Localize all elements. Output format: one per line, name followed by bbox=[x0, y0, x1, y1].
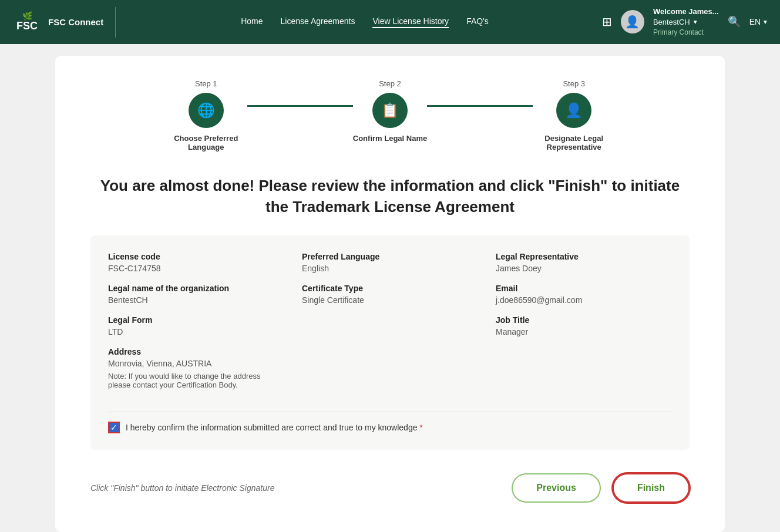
step-1-title: Choose Preferred Language bbox=[165, 134, 247, 151]
confirm-text: I hereby confirm the information submitt… bbox=[126, 423, 423, 432]
main-container: Step 1 🌐 Choose Preferred Language Step … bbox=[43, 56, 737, 532]
user-info[interactable]: Welcome James... BentestCH ▼ Primary Con… bbox=[653, 6, 719, 38]
address-field: Address Monrovia, Vienna, AUSTRIA Note: … bbox=[108, 347, 284, 389]
lang-dropdown-icon: ▼ bbox=[762, 19, 768, 25]
btn-group: Previous Finish bbox=[512, 473, 690, 503]
header: FSC 🌿 FSC Connect Home License Agreement… bbox=[0, 0, 780, 44]
license-code-label: License code bbox=[108, 252, 284, 261]
header-right: ⊞ 👤 Welcome James... BentestCH ▼ Primary… bbox=[602, 6, 768, 38]
confirm-row: ✓ I hereby confirm the information submi… bbox=[108, 412, 672, 433]
legal-name-field: Legal name of the organization BentestCH bbox=[108, 284, 284, 305]
main-nav: Home License Agreements View License His… bbox=[127, 16, 602, 28]
previous-button[interactable]: Previous bbox=[512, 473, 601, 503]
step-1: Step 1 🌐 Choose Preferred Language bbox=[165, 79, 247, 151]
job-title-label: Job Title bbox=[496, 315, 672, 325]
legal-form-field: Legal Form LTD bbox=[108, 315, 284, 336]
step-2: Step 2 📋 Confirm Legal Name bbox=[353, 79, 427, 143]
nav-home[interactable]: Home bbox=[241, 16, 263, 28]
step-2-circle: 📋 bbox=[372, 93, 408, 128]
address-label: Address bbox=[108, 347, 284, 356]
certificate-type-field: Certificate Type Single Certificate bbox=[302, 284, 478, 305]
search-icon[interactable]: 🔍 bbox=[728, 15, 741, 28]
grid-icon[interactable]: ⊞ bbox=[602, 15, 612, 29]
step-2-label: Step 2 bbox=[379, 79, 401, 88]
col-1: License code FSC-C174758 Legal name of t… bbox=[108, 252, 284, 400]
legal-form-value: LTD bbox=[108, 327, 284, 336]
certificate-type-value: Single Certificate bbox=[302, 295, 478, 305]
confirm-checkbox[interactable]: ✓ bbox=[108, 422, 120, 433]
step-1-circle: 🌐 bbox=[189, 93, 224, 128]
legal-rep-label: Legal Representative bbox=[496, 252, 672, 261]
nav-license-agreements[interactable]: License Agreements bbox=[281, 16, 355, 28]
license-code-value: FSC-C174758 bbox=[108, 264, 284, 273]
info-grid: License code FSC-C174758 Legal name of t… bbox=[108, 252, 672, 400]
legal-name-value: BentestCH bbox=[108, 295, 284, 305]
stepper: Step 1 🌐 Choose Preferred Language Step … bbox=[90, 79, 690, 151]
username-text: BentestCH ▼ bbox=[653, 17, 719, 28]
nav-faqs[interactable]: FAQ's bbox=[466, 16, 489, 28]
address-note: Note: If you would like to change the ad… bbox=[108, 372, 284, 389]
step-3-title: Designate Legal Representative bbox=[533, 134, 615, 151]
certificate-type-label: Certificate Type bbox=[302, 284, 478, 293]
preferred-language-value: English bbox=[302, 264, 478, 273]
primary-contact-label: Primary Contact bbox=[653, 28, 719, 38]
avatar[interactable]: 👤 bbox=[621, 10, 644, 33]
svg-text:🌿: 🌿 bbox=[22, 11, 33, 21]
main-card: Step 1 🌐 Choose Preferred Language Step … bbox=[55, 56, 725, 532]
info-box: License code FSC-C174758 Legal name of t… bbox=[90, 235, 690, 450]
job-title-field: Job Title Manager bbox=[496, 315, 672, 336]
legal-rep-value: James Doey bbox=[496, 264, 672, 273]
required-marker: * bbox=[419, 423, 422, 432]
email-field: Email j.doe86590@gmail.com bbox=[496, 284, 672, 305]
col-3: Legal Representative James Doey Email j.… bbox=[496, 252, 672, 400]
preferred-language-label: Preferred Language bbox=[302, 252, 478, 261]
footer-note: Click "Finish" button to initiate Electr… bbox=[90, 483, 274, 493]
dropdown-arrow-icon: ▼ bbox=[692, 18, 698, 26]
main-heading: You are almost done! Please review the i… bbox=[90, 175, 690, 218]
legal-rep-field: Legal Representative James Doey bbox=[496, 252, 672, 273]
preferred-language-field: Preferred Language English bbox=[302, 252, 478, 273]
col-2: Preferred Language English Certificate T… bbox=[302, 252, 478, 400]
legal-name-label: Legal name of the organization bbox=[108, 284, 284, 293]
language-selector[interactable]: EN ▼ bbox=[749, 17, 768, 26]
footer-row: Click "Finish" button to initiate Electr… bbox=[90, 462, 690, 509]
email-value: j.doe86590@gmail.com bbox=[496, 295, 672, 305]
step-3-label: Step 3 bbox=[563, 79, 585, 88]
step-connector-2 bbox=[427, 105, 533, 107]
step-1-label: Step 1 bbox=[195, 79, 217, 88]
logo-text: FSC Connect bbox=[48, 17, 103, 27]
job-title-value: Manager bbox=[496, 327, 672, 336]
svg-text:FSC: FSC bbox=[16, 20, 38, 32]
logo[interactable]: FSC 🌿 FSC Connect bbox=[12, 7, 116, 38]
nav-view-license-history[interactable]: View License History bbox=[372, 16, 449, 28]
step-2-title: Confirm Legal Name bbox=[353, 134, 427, 143]
license-code-field: License code FSC-C174758 bbox=[108, 252, 284, 273]
step-3: Step 3 👤 Designate Legal Representative bbox=[533, 79, 615, 151]
step-connector-1 bbox=[247, 105, 353, 107]
legal-form-label: Legal Form bbox=[108, 315, 284, 325]
email-label: Email bbox=[496, 284, 672, 293]
step-3-circle: 👤 bbox=[556, 93, 591, 128]
welcome-text: Welcome James... bbox=[653, 6, 719, 17]
address-value: Monrovia, Vienna, AUSTRIA bbox=[108, 359, 284, 368]
finish-button[interactable]: Finish bbox=[613, 473, 690, 503]
